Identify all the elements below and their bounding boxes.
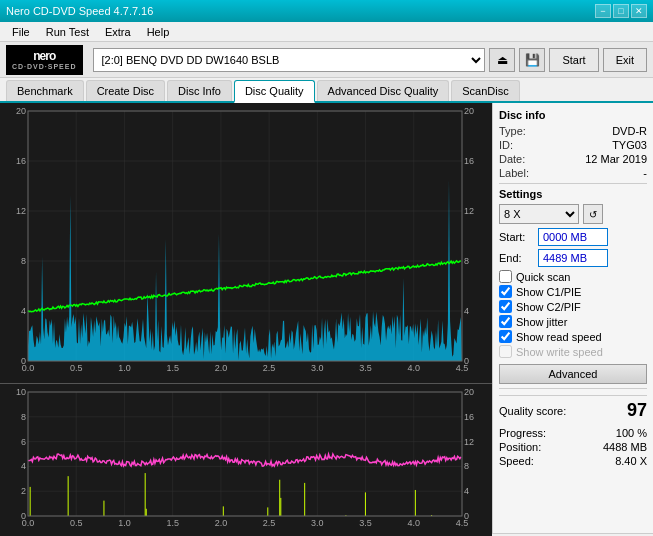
toolbar: nero CD·DVD·SPEED [2:0] BENQ DVD DD DW16… <box>0 42 653 78</box>
show-read-speed-label: Show read speed <box>516 331 602 343</box>
window-controls: − □ ✕ <box>595 4 647 18</box>
sidebar: Disc info Type: DVD-R ID: TYG03 Date: 12… <box>493 103 653 533</box>
start-row: Start: <box>499 228 647 246</box>
tab-bar: Benchmark Create Disc Disc Info Disc Qua… <box>0 78 653 103</box>
title-bar: Nero CD-DVD Speed 4.7.7.16 − □ ✕ <box>0 0 653 22</box>
disc-type-label: Type: <box>499 125 526 137</box>
speed-value: 8.40 X <box>615 455 647 467</box>
save-icon-button[interactable]: 💾 <box>519 48 545 72</box>
tab-advanced-disc-quality[interactable]: Advanced Disc Quality <box>317 80 450 101</box>
show-c2pif-checkbox[interactable] <box>499 300 512 313</box>
start-button[interactable]: Start <box>549 48 598 72</box>
position-row: Position: 4488 MB <box>499 441 647 453</box>
show-jitter-row: Show jitter <box>499 315 647 328</box>
start-input[interactable] <box>538 228 608 246</box>
speed-select[interactable]: 8 X <box>499 204 579 224</box>
quality-score-row: Quality score: 97 <box>499 395 647 421</box>
show-c1pie-label: Show C1/PIE <box>516 286 581 298</box>
disc-label-value: - <box>643 167 647 179</box>
eject-icon-button[interactable]: ⏏ <box>489 48 515 72</box>
exit-button[interactable]: Exit <box>603 48 647 72</box>
tab-scan-disc[interactable]: ScanDisc <box>451 80 519 101</box>
menu-extra[interactable]: Extra <box>97 24 139 40</box>
end-row: End: <box>499 249 647 267</box>
show-read-speed-checkbox[interactable] <box>499 330 512 343</box>
menu-run-test[interactable]: Run Test <box>38 24 97 40</box>
progress-section: Progress: 100 % Position: 4488 MB Speed:… <box>499 427 647 467</box>
speed-row: 8 X ↺ <box>499 204 647 224</box>
end-input[interactable] <box>538 249 608 267</box>
settings-title: Settings <box>499 188 647 200</box>
title-bar-title: Nero CD-DVD Speed 4.7.7.16 <box>6 5 153 17</box>
disc-type-value: DVD-R <box>612 125 647 137</box>
progress-value: 100 % <box>616 427 647 439</box>
nero-logo: nero CD·DVD·SPEED <box>6 45 83 75</box>
disc-date-row: Date: 12 Mar 2019 <box>499 153 647 165</box>
maximize-button[interactable]: □ <box>613 4 629 18</box>
quick-scan-label: Quick scan <box>516 271 570 283</box>
position-value: 4488 MB <box>603 441 647 453</box>
show-c1pie-checkbox[interactable] <box>499 285 512 298</box>
show-write-speed-row: Show write speed <box>499 345 647 358</box>
bottom-chart-canvas <box>0 384 492 536</box>
divider-1 <box>499 183 647 184</box>
disc-id-row: ID: TYG03 <box>499 139 647 151</box>
advanced-button[interactable]: Advanced <box>499 364 647 384</box>
show-jitter-checkbox[interactable] <box>499 315 512 328</box>
refresh-button[interactable]: ↺ <box>583 204 603 224</box>
show-c2pif-label: Show C2/PIF <box>516 301 581 313</box>
bottom-chart <box>0 384 492 536</box>
show-jitter-label: Show jitter <box>516 316 567 328</box>
menu-help[interactable]: Help <box>139 24 178 40</box>
disc-label-label: Label: <box>499 167 529 179</box>
tab-disc-info[interactable]: Disc Info <box>167 80 232 101</box>
speed-label: Speed: <box>499 455 534 467</box>
divider-2 <box>499 388 647 389</box>
top-chart-canvas <box>0 103 492 381</box>
show-c1pie-row: Show C1/PIE <box>499 285 647 298</box>
progress-row: Progress: 100 % <box>499 427 647 439</box>
close-button[interactable]: ✕ <box>631 4 647 18</box>
tab-disc-quality[interactable]: Disc Quality <box>234 80 315 103</box>
disc-date-label: Date: <box>499 153 525 165</box>
show-write-speed-checkbox[interactable] <box>499 345 512 358</box>
progress-label: Progress: <box>499 427 546 439</box>
quality-score-label: Quality score: <box>499 405 566 417</box>
tab-create-disc[interactable]: Create Disc <box>86 80 165 101</box>
disc-id-value: TYG03 <box>612 139 647 151</box>
quick-scan-row: Quick scan <box>499 270 647 283</box>
position-label: Position: <box>499 441 541 453</box>
quick-scan-checkbox[interactable] <box>499 270 512 283</box>
main-content: Disc info Type: DVD-R ID: TYG03 Date: 12… <box>0 103 653 533</box>
tab-benchmark[interactable]: Benchmark <box>6 80 84 101</box>
disc-id-label: ID: <box>499 139 513 151</box>
top-chart <box>0 103 492 384</box>
chart-area <box>0 103 493 533</box>
quality-score-value: 97 <box>627 400 647 421</box>
menu-bar: File Run Test Extra Help <box>0 22 653 42</box>
disc-info-title: Disc info <box>499 109 647 121</box>
show-write-speed-label: Show write speed <box>516 346 603 358</box>
start-label: Start: <box>499 231 534 243</box>
show-read-speed-row: Show read speed <box>499 330 647 343</box>
disc-date-value: 12 Mar 2019 <box>585 153 647 165</box>
speed-row-quality: Speed: 8.40 X <box>499 455 647 467</box>
disc-type-row: Type: DVD-R <box>499 125 647 137</box>
disc-label-row: Label: - <box>499 167 647 179</box>
menu-file[interactable]: File <box>4 24 38 40</box>
end-label: End: <box>499 252 534 264</box>
drive-select[interactable]: [2:0] BENQ DVD DD DW1640 BSLB <box>93 48 486 72</box>
show-c2pif-row: Show C2/PIF <box>499 300 647 313</box>
minimize-button[interactable]: − <box>595 4 611 18</box>
